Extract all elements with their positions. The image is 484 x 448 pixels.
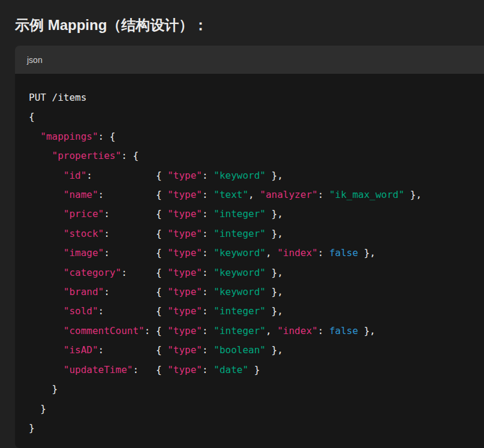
code-token-plain: : { xyxy=(98,131,116,142)
code-token-str: "integer" xyxy=(214,208,266,220)
code-line: "image": { "type": "keyword", "index": f… xyxy=(29,243,484,263)
code-token-plain: : xyxy=(202,364,214,375)
code-token-str: "boolean" xyxy=(214,344,266,356)
code-token-plain xyxy=(29,228,64,239)
code-token-key: "index" xyxy=(277,325,317,336)
code-token-plain: }, xyxy=(266,267,283,278)
code-token-plain: : xyxy=(202,305,214,317)
code-line: "price": { "type": "integer" }, xyxy=(29,205,484,224)
code-token-plain: : { xyxy=(104,286,167,297)
code-token-plain: : { xyxy=(133,364,167,375)
code-line: "sold": { "type": "integer" }, xyxy=(29,302,484,321)
code-token-plain: : { xyxy=(104,247,167,258)
code-token-plain: : { xyxy=(86,170,167,181)
code-token-key: "type" xyxy=(167,305,202,317)
code-token-plain xyxy=(29,247,64,258)
code-token-key: "price" xyxy=(64,208,104,220)
code-token-plain: : xyxy=(318,189,329,200)
code-token-plain: : xyxy=(202,267,214,278)
code-token-plain: }, xyxy=(404,189,422,200)
code-body: PUT /items{ "mappings": { "properties": … xyxy=(15,74,484,448)
code-line: } xyxy=(29,380,484,399)
code-token-plain: }, xyxy=(266,228,283,239)
code-token-plain: }, xyxy=(266,286,283,297)
code-token-plain: }, xyxy=(266,344,283,356)
code-token-plain xyxy=(29,325,64,336)
code-token-key: "type" xyxy=(167,170,202,181)
code-token-plain: }, xyxy=(266,170,283,181)
code-token-key: "type" xyxy=(167,189,202,200)
code-token-str: "keyword" xyxy=(214,286,266,297)
code-token-key: "mappings" xyxy=(40,131,98,142)
code-line: "stock": { "type": "integer" }, xyxy=(29,224,484,243)
chat-message: 示例 Mapping（结构设计）： json PUT /items{ "mapp… xyxy=(0,0,484,448)
code-token-str: "ik_max_word" xyxy=(329,189,404,200)
code-line: "name": { "type": "text", "analyzer": "i… xyxy=(29,185,484,205)
code-token-plain xyxy=(29,150,52,161)
code-token-plain: }, xyxy=(358,325,375,336)
code-token-plain: : { xyxy=(104,208,167,220)
code-token-plain: : xyxy=(202,247,214,258)
code-token-plain: } xyxy=(29,403,46,414)
code-token-key: "index" xyxy=(277,247,317,258)
code-token-key: "type" xyxy=(167,247,202,258)
code-line: "isAD": { "type": "boolean" }, xyxy=(29,341,484,360)
code-token-plain: : xyxy=(202,208,214,220)
code-token-str: "keyword" xyxy=(214,170,266,181)
code-token-str: "integer" xyxy=(214,305,266,317)
code-token-plain: : xyxy=(202,189,214,200)
message-heading: 示例 Mapping（结构设计）： xyxy=(0,0,484,35)
code-line: "updateTime": { "type": "date" } xyxy=(29,360,484,380)
code-block-header: json xyxy=(15,46,484,74)
code-token-plain: : { xyxy=(145,325,168,336)
code-token-key: "sold" xyxy=(64,305,98,317)
code-token-key: "type" xyxy=(167,364,202,375)
code-token-plain: { xyxy=(29,111,35,122)
code-token-plain xyxy=(29,305,64,317)
code-line: } xyxy=(29,419,484,438)
code-token-str: "keyword" xyxy=(214,267,266,278)
code-token-plain: : xyxy=(202,228,214,239)
code-token-str: "integer" xyxy=(214,325,266,336)
code-token-plain xyxy=(29,364,64,375)
code-token-plain: } xyxy=(29,383,58,395)
code-token-str: "keyword" xyxy=(214,247,266,258)
code-token-plain: : xyxy=(202,286,214,297)
code-token-plain: : { xyxy=(104,228,167,239)
code-line: "brand": { "type": "keyword" }, xyxy=(29,282,484,302)
code-token-plain: : { xyxy=(98,344,168,356)
code-token-str: "integer" xyxy=(214,228,266,239)
code-token-plain: , xyxy=(266,247,277,258)
code-line: "properties": { xyxy=(29,146,484,166)
code-token-key: "type" xyxy=(167,344,202,356)
code-token-key: "isAD" xyxy=(64,344,98,356)
code-token-plain: : { xyxy=(98,305,168,317)
code-line: } xyxy=(29,399,484,419)
code-token-plain: }, xyxy=(358,247,375,258)
code-token-plain: : xyxy=(202,344,214,356)
code-token-key: "type" xyxy=(167,228,202,239)
code-token-key: "updateTime" xyxy=(64,364,133,375)
code-token-plain xyxy=(29,189,64,200)
code-token-plain xyxy=(29,208,64,220)
code-token-plain: : { xyxy=(98,189,168,200)
code-token-key: "analyzer" xyxy=(260,189,317,200)
code-token-plain: PUT /items xyxy=(29,92,86,103)
code-token-key: "commentCount" xyxy=(64,325,145,336)
code-token-plain: }, xyxy=(266,208,283,220)
code-line: "id": { "type": "keyword" }, xyxy=(29,166,484,185)
code-token-plain: } xyxy=(29,422,35,434)
code-token-key: "category" xyxy=(64,267,121,278)
code-token-lit: false xyxy=(329,325,358,336)
code-token-plain: : xyxy=(202,170,214,181)
code-token-plain: , xyxy=(266,325,277,336)
code-token-str: "text" xyxy=(214,189,248,200)
code-token-key: "image" xyxy=(64,247,104,258)
code-line: { xyxy=(29,107,484,127)
code-line: PUT /items xyxy=(29,88,484,107)
code-token-plain xyxy=(29,131,40,142)
code-token-plain: : xyxy=(318,325,329,336)
code-line: "mappings": { xyxy=(29,127,484,146)
code-token-lit: false xyxy=(329,247,358,258)
code-token-key: "type" xyxy=(167,325,202,336)
